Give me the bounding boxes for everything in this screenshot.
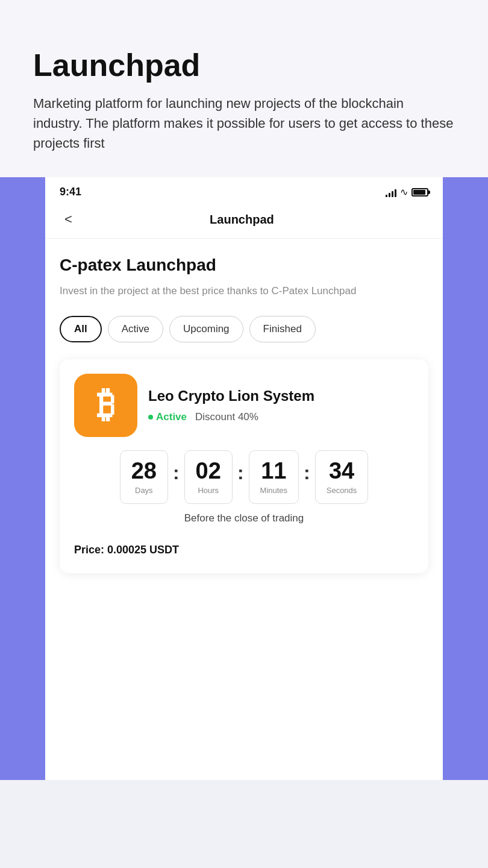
- countdown-sep-1: :: [168, 462, 184, 484]
- card-info: Leo Crypto Lion System Active Discount 4…: [148, 388, 414, 423]
- project-logo: ₿: [74, 374, 137, 437]
- project-name: Leo Crypto Lion System: [148, 388, 414, 405]
- countdown-hours: 02 Hours: [184, 450, 233, 504]
- nav-bar: < Launchpad: [45, 203, 443, 239]
- nav-title: Launchpad: [77, 213, 407, 227]
- page-title: Launchpad: [33, 48, 455, 83]
- countdown-row: 28 Days : 02 Hours : 11 Minutes :: [74, 450, 414, 504]
- countdown-caption: Before the close of trading: [74, 512, 414, 524]
- countdown-seconds: 34 Seconds: [315, 450, 369, 504]
- status-icons: ∿: [386, 186, 428, 198]
- filter-tabs: All Active Upcoming Finished: [60, 316, 428, 342]
- main-content: C-patex Launchpad Invest in the project …: [45, 239, 443, 602]
- section-title: C-patex Launchpad: [60, 256, 428, 275]
- back-button[interactable]: <: [60, 209, 77, 230]
- purple-right-bar: [443, 177, 488, 780]
- project-card[interactable]: ₿ Leo Crypto Lion System Active Discount…: [60, 359, 428, 573]
- phone-container: 9:41 ∿ < Launchpad C-patex Lau: [0, 177, 488, 780]
- price-value: 0.00025 USDT: [107, 544, 179, 556]
- filter-tab-all[interactable]: All: [60, 316, 102, 342]
- card-status-row: Active Discount 40%: [148, 411, 414, 423]
- countdown-sep-3: :: [299, 462, 315, 484]
- page-description: Marketing platform for launching new pro…: [33, 93, 455, 153]
- phone-screen: 9:41 ∿ < Launchpad C-patex Lau: [45, 177, 443, 780]
- battery-icon: [411, 188, 428, 197]
- top-section: Launchpad Marketing platform for launchi…: [0, 0, 488, 177]
- status-time: 9:41: [60, 186, 81, 198]
- bitcoin-icon: ₿: [97, 387, 115, 423]
- status-bar: 9:41 ∿: [45, 177, 443, 203]
- countdown-sep-2: :: [233, 462, 249, 484]
- filter-tab-finished[interactable]: Finished: [249, 316, 316, 342]
- purple-left-bar: [0, 177, 45, 780]
- status-dot: [148, 415, 153, 420]
- wifi-icon: ∿: [400, 186, 408, 198]
- countdown-minutes: 11 Minutes: [249, 450, 299, 504]
- price-row: Price: 0.00025 USDT: [74, 535, 414, 559]
- filter-tab-active[interactable]: Active: [108, 316, 163, 342]
- card-header: ₿ Leo Crypto Lion System Active Discount…: [74, 374, 414, 437]
- section-subtitle: Invest in the project at the best price …: [60, 283, 428, 299]
- price-label: Price:: [74, 544, 104, 556]
- status-active-label: Active: [148, 411, 187, 423]
- countdown-days: 28 Days: [120, 450, 168, 504]
- signal-icon: [386, 187, 396, 197]
- discount-label: Discount 40%: [195, 411, 258, 423]
- filter-tab-upcoming[interactable]: Upcoming: [169, 316, 243, 342]
